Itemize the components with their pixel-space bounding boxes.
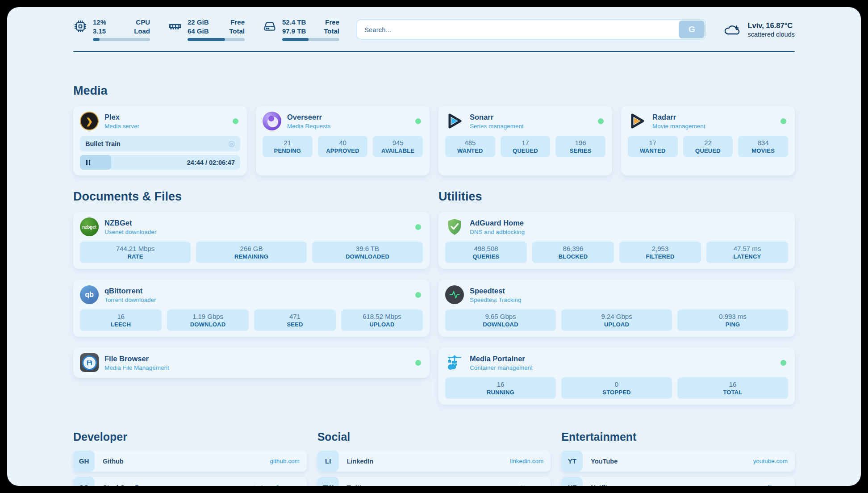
google-search-button[interactable]: G [679, 21, 705, 38]
stat-value: 266 GB [198, 245, 305, 252]
app-card-speedtest[interactable]: Speedtest Speedtest Tracking 9.65 Gbps D… [438, 280, 795, 337]
bookmark-url: linkedin.com [510, 458, 543, 464]
bookmark-stackoverflow[interactable]: SO StackOverflow stackoverflow.com [73, 477, 307, 486]
stat-label: QUERIES [447, 253, 525, 260]
ram-label-2: Total [229, 27, 245, 36]
app-card-nzbget[interactable]: nzbget NZBGet Usenet downloader 744.21 M… [73, 212, 430, 269]
app-card-overseerr[interactable]: Overseerr Media Requests 21 PENDING 40 A… [256, 106, 430, 175]
bookmark-name: YouTube [591, 458, 618, 465]
app-card-plex[interactable]: ❯ Plex Media server Bullet Train ◎ 24:44… [73, 106, 247, 175]
bookmark-group-developer: Developer GH Github github.com SO StackO… [73, 430, 307, 486]
stat-value: 40 [320, 139, 366, 146]
bookmark-linkedin[interactable]: LI LinkedIn linkedin.com [317, 451, 551, 472]
stat-ping: 0.993 ms PING [677, 309, 788, 331]
bookmark-group-title: Social [317, 430, 551, 443]
top-bar: 12% 3.15 CPU Load [73, 18, 795, 41]
stat-value: 0.993 ms [679, 313, 786, 320]
portainer-icon [445, 353, 464, 372]
status-dot [598, 118, 604, 124]
bookmark-url: netflix.com [759, 484, 788, 486]
stat-label: UPLOAD [563, 321, 670, 328]
stat-label: SERIES [557, 147, 604, 154]
bookmark-group-social: Social LI LinkedIn linkedin.com TW Twitt… [317, 430, 551, 486]
stat-wanted: 17 WANTED [628, 136, 678, 157]
section-title-documents: Documents & Files [73, 190, 430, 204]
cpu-label-1: CPU [134, 18, 150, 27]
section-title-media: Media [73, 84, 795, 98]
stat-label: APPROVED [320, 147, 366, 154]
stat-value: 86,396 [534, 245, 612, 252]
stat-value: 21 [264, 139, 311, 146]
stat-label: LEECH [82, 321, 160, 328]
bookmark-youtube[interactable]: YT YouTube youtube.com [561, 451, 795, 472]
app-subtitle: Usenet downloader [104, 229, 409, 235]
system-stats: 12% 3.15 CPU Load [73, 18, 339, 41]
plex-icon: ❯ [80, 112, 99, 130]
stat-value: 16 [447, 380, 554, 388]
disk-total: 97.9 TB [282, 27, 306, 36]
app-subtitle: Speedtest Tracking [470, 297, 788, 303]
bookmark-github[interactable]: GH Github github.com [73, 451, 307, 472]
app-subtitle: Movie management [652, 123, 775, 130]
overseerr-icon [263, 112, 281, 130]
stat-value: 16 [82, 313, 160, 320]
weather-widget[interactable]: Lviv, 16.87°C scattered clouds [723, 21, 795, 38]
app-card-qbittorrent[interactable]: qb qBittorrent Torrent downloader 16 LEE… [73, 280, 430, 337]
disk-free: 52.4 TB [282, 18, 306, 27]
stat-rate: 744.21 Mbps RATE [80, 242, 191, 263]
app-card-adguard[interactable]: AdGuard Home DNS and adblocking 498,508 … [438, 212, 795, 269]
bookmark-netflix[interactable]: NF Netflix netflix.com [561, 477, 795, 486]
bookmark-url: github.com [270, 458, 300, 464]
bookmark-badge: NF [561, 477, 583, 486]
stat-series: 196 SERIES [555, 136, 605, 157]
bookmark-twitter[interactable]: TW Twitter twitter.com [317, 477, 551, 486]
stat-approved: 40 APPROVED [318, 136, 368, 157]
bookmark-name: Github [103, 458, 124, 465]
app-subtitle: Media File Management [104, 364, 409, 371]
status-dot [780, 360, 786, 366]
stat-value: 22 [685, 139, 731, 146]
sonarr-icon [445, 112, 464, 130]
weather-condition: scattered clouds [747, 31, 795, 38]
stat-movies: 834 MOVIES [738, 136, 788, 157]
stat-value: 196 [557, 139, 604, 146]
app-name: NZBGet [104, 219, 409, 227]
app-name: Overseerr [287, 113, 409, 121]
qbittorrent-icon: qb [80, 285, 99, 304]
stat-queued: 17 QUEUED [501, 136, 551, 157]
search-bar: G [356, 19, 706, 40]
status-dot [415, 292, 421, 298]
status-dot [233, 118, 238, 124]
app-subtitle: Media server [104, 123, 227, 130]
search-input[interactable] [356, 19, 706, 40]
stat-value: 834 [740, 139, 786, 146]
app-name: Sonarr [470, 113, 592, 121]
cpu-percent: 12% [93, 18, 106, 27]
section-utilities: Utilities AdGuard Home [438, 190, 795, 405]
app-card-filebrowser[interactable]: File Browser Media File Management [73, 347, 430, 378]
bookmark-badge: SO [73, 477, 95, 486]
playback-progress-bar: 24:44 / 02:06:47 [80, 155, 240, 170]
app-name: AdGuard Home [470, 219, 788, 227]
app-card-portainer[interactable]: Media Portainer Container management 16 … [438, 347, 795, 405]
cpu-progress-bar [93, 38, 150, 41]
stat-label: WANTED [630, 147, 676, 154]
stat-value: 0 [563, 380, 670, 388]
app-name: Radarr [652, 113, 775, 121]
camera-lens-icon: ◎ [228, 139, 235, 148]
pause-icon [86, 160, 90, 165]
filebrowser-icon [80, 353, 99, 372]
stat-value: 16 [679, 380, 786, 388]
stat-seed: 471 SEED [254, 309, 336, 331]
stat-value: 17 [502, 139, 549, 146]
stat-value: 498,508 [447, 245, 525, 252]
app-card-sonarr[interactable]: Sonarr Series management 485 WANTED 17 Q… [438, 106, 612, 175]
stat-download: 1.19 Gbps DOWNLOAD [167, 309, 249, 331]
app-card-radarr[interactable]: Radarr Movie management 17 WANTED 22 QUE… [621, 106, 795, 175]
app-name: qBittorrent [104, 287, 409, 295]
app-subtitle: DNS and adblocking [470, 229, 788, 235]
stat-label: REMAINING [198, 253, 305, 260]
bookmark-group-entertainment: Entertainment YT YouTube youtube.com NF … [561, 430, 795, 486]
stat-label: AVAILABLE [375, 147, 421, 154]
header-divider [73, 51, 795, 52]
